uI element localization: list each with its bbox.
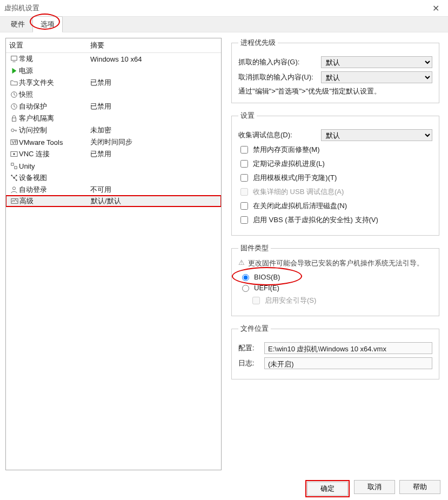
list-item[interactable]: 高级默认/默认	[5, 195, 222, 207]
legend-firmware: 固件类型	[238, 243, 271, 253]
group-files: 文件位置 配置: E:\win10 虚拟机\Windows 10 x64.vmx…	[231, 324, 439, 379]
help-button[interactable]: 帮助	[399, 480, 440, 494]
radio-bios[interactable]	[242, 274, 249, 281]
cb-clean-label: 在关闭此虚拟机后清理磁盘(N)	[253, 201, 347, 211]
cb-clean[interactable]	[240, 202, 248, 210]
settings-list: 设置 摘要 常规Windows 10 x64电源共享文件夹已禁用快照自动保护已禁…	[5, 38, 222, 470]
folder-icon	[9, 79, 19, 86]
vnc-icon	[9, 150, 19, 158]
config-value: E:\win10 虚拟机\Windows 10 x64.vmx	[264, 342, 432, 354]
svg-rect-5	[12, 118, 16, 121]
clock-icon	[9, 103, 19, 110]
svg-text:vm: vm	[12, 138, 18, 145]
user-icon	[9, 186, 19, 194]
item-summary: 关闭时间同步	[90, 137, 218, 147]
cancel-button[interactable]: 取消	[354, 480, 395, 494]
item-summary: 不可用	[90, 185, 218, 195]
list-item[interactable]: 常规Windows 10 x64	[6, 53, 221, 65]
cb-usb-label: 收集详细的 USB 调试信息(A)	[253, 187, 344, 197]
keys-icon	[9, 126, 19, 134]
list-item[interactable]: 设备视图	[6, 172, 221, 184]
right-pane: 进程优先级 抓取的输入内容(G): 默认 取消抓取的输入内容(U): 默认 通过…	[231, 38, 443, 470]
select-ungrabbed[interactable]: 默认	[321, 71, 432, 83]
close-icon[interactable]: ✕	[428, 1, 444, 16]
item-summary: 已禁用	[90, 78, 218, 88]
item-label: 设备视图	[19, 173, 90, 183]
vm-icon: vm	[9, 138, 19, 146]
list-item[interactable]: Unity	[6, 160, 221, 172]
annotation-box: 确定	[305, 480, 350, 497]
radio-bios-label: BIOS(B)	[254, 273, 280, 281]
item-label: 自动登录	[19, 185, 90, 195]
cb-mem-label: 禁用内存页面修整(M)	[253, 145, 320, 155]
item-label: 自动保护	[19, 102, 90, 111]
tab-hardware[interactable]: 硬件	[3, 17, 32, 32]
list-item[interactable]: 自动登录不可用	[6, 184, 221, 196]
play-icon	[9, 67, 19, 75]
cb-usb	[240, 188, 248, 196]
label-ungrabbed: 取消抓取的输入内容(U):	[238, 72, 317, 82]
legend-files: 文件位置	[238, 324, 271, 334]
cb-vbs-label: 启用 VBS (基于虚拟化的安全性) 支持(V)	[253, 215, 378, 225]
label-debug: 收集调试信息(D):	[238, 130, 317, 140]
cb-vbs[interactable]	[240, 216, 248, 224]
select-debug[interactable]: 默认	[321, 129, 432, 141]
config-label: 配置:	[238, 343, 260, 353]
tab-options[interactable]: 选项	[32, 16, 63, 32]
item-label: 快照	[19, 90, 90, 99]
svg-point-10	[13, 153, 15, 155]
list-item[interactable]: VNC 连接已禁用	[6, 148, 221, 160]
list-item[interactable]: 共享文件夹已禁用	[6, 77, 221, 89]
item-label: VNC 连接	[19, 149, 90, 159]
item-summary: 已禁用	[90, 149, 218, 159]
col-setting: 设置	[9, 41, 90, 50]
list-item[interactable]: 客户机隔离	[6, 112, 221, 124]
col-summary: 摘要	[90, 41, 104, 50]
monitor-icon	[9, 55, 19, 63]
device-icon	[9, 174, 19, 182]
svg-rect-12	[15, 166, 17, 169]
tabs-row: 硬件 选项	[0, 16, 448, 32]
legend-settings: 设置	[238, 111, 257, 121]
dialog-buttons: 确定 取消 帮助	[0, 476, 448, 500]
list-item[interactable]: vmVMware Tools关闭时间同步	[6, 136, 221, 148]
list-item[interactable]: 快照	[6, 89, 221, 101]
group-priority: 进程优先级 抓取的输入内容(G): 默认 取消抓取的输入内容(U): 默认 通过…	[231, 38, 439, 103]
select-grabbed[interactable]: 默认	[321, 56, 432, 68]
item-label: 客户机隔离	[19, 114, 90, 123]
main-area: 设置 摘要 常规Windows 10 x64电源共享文件夹已禁用快照自动保护已禁…	[0, 32, 448, 476]
cb-log-label: 定期记录虚拟机进度(L)	[253, 159, 325, 169]
item-summary: 默认/默认	[91, 196, 217, 206]
svg-rect-11	[11, 163, 14, 165]
item-label: 常规	[19, 54, 90, 64]
item-label: 高级	[19, 196, 91, 206]
title-bar: 虚拟机设置 ✕	[0, 0, 448, 16]
unity-icon	[9, 162, 19, 170]
priority-hint: 通过"编辑">"首选项">"优先级"指定默认设置。	[238, 86, 432, 96]
list-item[interactable]: 访问控制未加密	[6, 124, 221, 136]
item-label: 电源	[19, 66, 90, 76]
ok-button[interactable]: 确定	[307, 482, 348, 496]
radio-uefi-label: UEFI(E)	[254, 284, 279, 292]
list-item[interactable]: 电源	[6, 65, 221, 77]
item-label: 共享文件夹	[19, 78, 90, 88]
cb-template[interactable]	[240, 174, 248, 182]
svg-marker-2	[12, 68, 17, 74]
radio-uefi[interactable]	[242, 285, 249, 292]
svg-rect-0	[11, 56, 17, 61]
lock-icon	[9, 115, 19, 122]
log-value: (未开启)	[264, 357, 432, 369]
cb-secure-boot	[252, 297, 260, 304]
wave-icon	[10, 197, 19, 205]
list-item[interactable]: 自动保护已禁用	[6, 101, 221, 112]
cb-mem[interactable]	[240, 146, 248, 154]
clock-icon	[9, 91, 19, 98]
cb-log[interactable]	[240, 160, 248, 168]
legend-priority: 进程优先级	[238, 38, 278, 48]
group-firmware: 固件类型 ⚠ 更改固件可能会导致已安装的客户机操作系统无法引导。 BIOS(B)…	[231, 243, 439, 316]
item-label: 访问控制	[19, 125, 90, 135]
group-settings: 设置 收集调试信息(D): 默认 禁用内存页面修整(M) 定期记录虚拟机进度(L…	[231, 111, 439, 236]
cb-secure-boot-label: 启用安全引导(S)	[265, 296, 316, 305]
warning-icon: ⚠	[238, 258, 245, 268]
list-header: 设置 摘要	[6, 38, 221, 53]
